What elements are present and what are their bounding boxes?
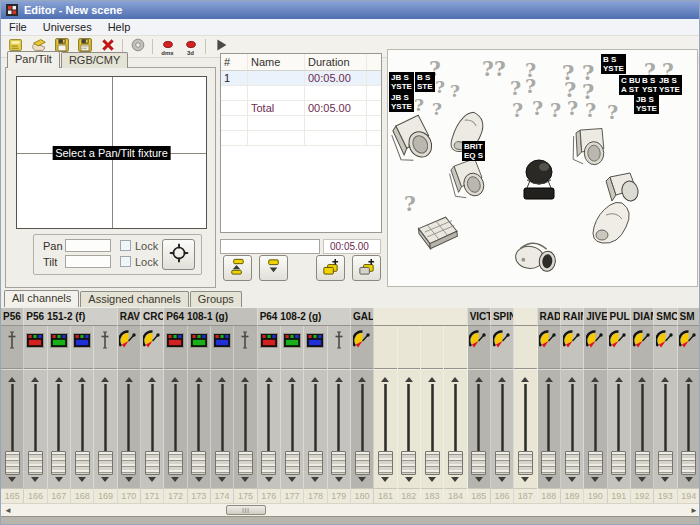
fader-up-arrow[interactable]: [685, 373, 693, 382]
move-step-up-button[interactable]: [223, 255, 252, 281]
fader-up-arrow[interactable]: [545, 373, 553, 382]
steps-table-row[interactable]: Total00:05.00: [221, 101, 381, 116]
fader-thumb[interactable]: [261, 451, 276, 475]
fader-track[interactable]: [197, 384, 200, 451]
fader-thumb[interactable]: [401, 451, 416, 475]
fader-down-arrow[interactable]: [241, 477, 249, 486]
fader-down-arrow[interactable]: [591, 477, 599, 486]
fader-up-arrow[interactable]: [148, 373, 156, 382]
fader-up-arrow[interactable]: [405, 373, 413, 382]
fader-down-arrow[interactable]: [8, 477, 16, 486]
fader-up-arrow[interactable]: [171, 373, 179, 382]
fader-thumb[interactable]: [448, 451, 463, 475]
channel-group-header[interactable]: DIAM: [631, 308, 654, 326]
fader-up-arrow[interactable]: [78, 373, 86, 382]
fader-thumb[interactable]: [51, 451, 66, 475]
fader-thumb[interactable]: [168, 451, 183, 475]
title-bar[interactable]: Editor - New scene: [1, 1, 699, 19]
stage-canvas[interactable]: ???????????????????????JB SYSTEB SSTEJB …: [389, 51, 696, 285]
fader-track[interactable]: [127, 384, 130, 451]
fader-thumb[interactable]: [238, 451, 253, 475]
fader-track[interactable]: [314, 384, 317, 451]
fader-up-arrow[interactable]: [358, 373, 366, 382]
pan-tilt-area[interactable]: Select a Pan/Tilt fixture: [16, 76, 207, 229]
fader-down-arrow[interactable]: [171, 477, 179, 486]
fader-track[interactable]: [57, 384, 60, 451]
rgb-red-icon[interactable]: [166, 333, 184, 350]
fader-down-arrow[interactable]: [335, 477, 343, 486]
fader-thumb[interactable]: [215, 451, 230, 475]
fader-track[interactable]: [664, 384, 667, 451]
fader-up-arrow[interactable]: [521, 373, 529, 382]
fader-up-arrow[interactable]: [381, 373, 389, 382]
fixture-scan2[interactable]: [582, 171, 642, 251]
fader-track[interactable]: [384, 384, 387, 451]
channel-group-header[interactable]: VICT: [468, 308, 491, 326]
channel-group-header[interactable]: PULS: [608, 308, 631, 326]
new-step-button[interactable]: [316, 255, 345, 281]
rgb-green-icon[interactable]: [190, 333, 208, 350]
fader-up-arrow[interactable]: [8, 373, 16, 382]
fader-thumb[interactable]: [518, 451, 533, 475]
fader-track[interactable]: [34, 384, 37, 451]
fader-down-arrow[interactable]: [288, 477, 296, 486]
fixture-spot[interactable]: [510, 232, 562, 277]
fader-up-arrow[interactable]: [335, 373, 343, 382]
gauge-icon[interactable]: [539, 330, 558, 353]
fader-track[interactable]: [244, 384, 247, 451]
rgb-green-icon[interactable]: [283, 333, 301, 350]
gauge-icon[interactable]: [609, 330, 628, 353]
fader-down-arrow[interactable]: [195, 477, 203, 486]
step-time-field[interactable]: 00:05.00: [323, 239, 381, 254]
gauge-icon[interactable]: [143, 330, 162, 353]
fader-down-arrow[interactable]: [498, 477, 506, 486]
fader-thumb[interactable]: [355, 451, 370, 475]
fader-down-arrow[interactable]: [31, 477, 39, 486]
rgb-red-icon[interactable]: [260, 333, 278, 350]
fader-down-arrow[interactable]: [545, 477, 553, 486]
fader-track[interactable]: [11, 384, 14, 451]
gauge-icon[interactable]: [656, 330, 675, 353]
fader-up-arrow[interactable]: [568, 373, 576, 382]
tab-rgb-cmy[interactable]: RGB/CMY: [61, 52, 128, 68]
horizontal-scrollbar[interactable]: ◄ ||| ►: [1, 503, 700, 516]
gauge-icon[interactable]: [633, 330, 652, 353]
fader-up-arrow[interactable]: [31, 373, 39, 382]
fixture-par[interactable]: [563, 120, 614, 173]
fader-down-arrow[interactable]: [685, 477, 693, 486]
steps-table[interactable]: #NameDuration100:05.00Total00:05.00: [220, 53, 382, 233]
tilt-input[interactable]: [65, 255, 111, 268]
fader-up-arrow[interactable]: [195, 373, 203, 382]
fader-up-arrow[interactable]: [218, 373, 226, 382]
fader-thumb[interactable]: [378, 451, 393, 475]
fader-down-arrow[interactable]: [638, 477, 646, 486]
fader-track[interactable]: [267, 384, 270, 451]
fader-down-arrow[interactable]: [568, 477, 576, 486]
fader-up-arrow[interactable]: [125, 373, 133, 382]
fader-up-arrow[interactable]: [101, 373, 109, 382]
channel-group-header[interactable]: [514, 308, 537, 326]
tab-assigned-channels[interactable]: Assigned channels: [80, 291, 188, 307]
steps-table-row[interactable]: [221, 86, 381, 101]
steps-table-row[interactable]: 100:05.00: [221, 71, 381, 86]
fader-up-arrow[interactable]: [451, 373, 459, 382]
fader-up-arrow[interactable]: [615, 373, 623, 382]
scroll-right-arrow[interactable]: ►: [690, 505, 698, 516]
fader-track[interactable]: [594, 384, 597, 451]
channel-group-header[interactable]: P56 151-2 (f): [24, 308, 117, 326]
fader-track[interactable]: [221, 384, 224, 451]
fader-thumb[interactable]: [28, 451, 43, 475]
fader-thumb[interactable]: [5, 451, 20, 475]
fader-thumb[interactable]: [658, 451, 673, 475]
rgb-blue-icon[interactable]: [213, 333, 231, 350]
scroll-left-arrow[interactable]: ◄: [4, 505, 12, 516]
channel-group-header[interactable]: RAIN: [561, 308, 584, 326]
fader-down-arrow[interactable]: [311, 477, 319, 486]
fader-thumb[interactable]: [285, 451, 300, 475]
fader-up-arrow[interactable]: [55, 373, 63, 382]
fader-thumb[interactable]: [425, 451, 440, 475]
fader-thumb[interactable]: [308, 451, 323, 475]
fader-thumb[interactable]: [611, 451, 626, 475]
gauge-icon[interactable]: [469, 330, 488, 353]
fader-up-arrow[interactable]: [591, 373, 599, 382]
